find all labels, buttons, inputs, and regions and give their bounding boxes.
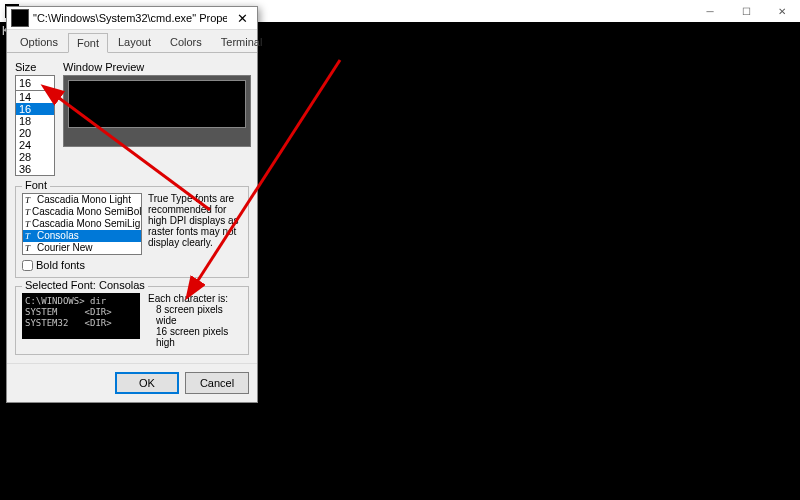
tab-colors[interactable]: Colors (161, 32, 211, 52)
char-info: Each character is: 8 screen pixels wide … (148, 293, 242, 348)
font-option[interactable]: TCascadia Mono SemiLight (23, 218, 141, 230)
size-label: Size (15, 61, 55, 73)
font-option[interactable]: TCourier New (23, 242, 141, 254)
font-option[interactable]: TCascadia Mono SemiBold (23, 206, 141, 218)
tab-options[interactable]: Options (11, 32, 67, 52)
cancel-button[interactable]: Cancel (185, 372, 249, 394)
font-group: Font TCascadia Mono Light TCascadia Mono… (15, 186, 249, 278)
maximize-button[interactable]: ☐ (728, 0, 764, 22)
truetype-icon: T (25, 230, 35, 242)
tab-font[interactable]: Font (68, 33, 108, 53)
size-option[interactable]: 14 (16, 91, 54, 103)
preview-label: Window Preview (63, 61, 249, 73)
size-list[interactable]: 14 16 18 20 24 28 36 (16, 91, 54, 175)
selected-font-legend: Selected Font: Consolas (22, 279, 148, 291)
properties-dialog: "C:\Windows\System32\cmd.exe" Properties… (6, 6, 258, 403)
font-option[interactable]: TConsolas (23, 230, 141, 242)
bold-fonts-checkbox[interactable] (22, 260, 33, 271)
truetype-icon: T (25, 242, 35, 254)
font-list[interactable]: TCascadia Mono Light TCascadia Mono Semi… (22, 193, 142, 255)
console-close-button[interactable]: ✕ (764, 0, 800, 22)
minimize-button[interactable]: ─ (692, 0, 728, 22)
size-option[interactable]: 16 (16, 103, 54, 115)
font-label: Font (22, 179, 50, 191)
size-current-value[interactable]: 16 (16, 76, 54, 91)
size-selector[interactable]: 16 14 16 18 20 24 28 36 (15, 75, 55, 176)
tab-strip: Options Font Layout Colors Terminal (7, 30, 257, 53)
dialog-close-button[interactable]: ✕ (227, 7, 257, 29)
size-option[interactable]: 28 (16, 151, 54, 163)
dialog-title-text: "C:\Windows\System32\cmd.exe" Properties (33, 12, 227, 24)
char-width-line: 8 screen pixels wide (148, 304, 242, 326)
selected-font-group: Selected Font: Consolas C:\WINDOWS> dir … (15, 286, 249, 355)
size-option[interactable]: 24 (16, 139, 54, 151)
tab-terminal[interactable]: Terminal (212, 32, 272, 52)
size-option[interactable]: 36 (16, 163, 54, 175)
char-height-line: 16 screen pixels high (148, 326, 242, 348)
font-option[interactable]: TCascadia Mono Light (23, 194, 141, 206)
dialog-titlebar[interactable]: "C:\Windows\System32\cmd.exe" Properties… (7, 7, 257, 30)
tab-layout[interactable]: Layout (109, 32, 160, 52)
char-intro: Each character is: (148, 293, 242, 304)
cmd-icon (11, 9, 29, 27)
ok-button[interactable]: OK (115, 372, 179, 394)
truetype-icon: T (25, 194, 35, 206)
font-note: True Type fonts are recommended for high… (148, 193, 242, 255)
size-option[interactable]: 18 (16, 115, 54, 127)
window-preview (63, 75, 251, 147)
font-sample: C:\WINDOWS> dir SYSTEM <DIR> SYSTEM32 <D… (22, 293, 140, 339)
bold-fonts-label: Bold fonts (36, 259, 85, 271)
truetype-icon: T (25, 218, 30, 230)
preview-inner (68, 80, 246, 128)
truetype-icon: T (25, 206, 30, 218)
size-option[interactable]: 20 (16, 127, 54, 139)
